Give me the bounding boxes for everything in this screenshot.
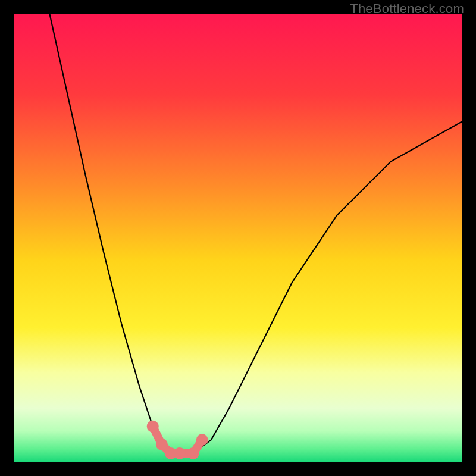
chart-area bbox=[14, 14, 462, 462]
left-curve bbox=[49, 14, 180, 453]
marker-dot bbox=[174, 447, 186, 459]
curve-layer bbox=[14, 14, 462, 462]
marker-dot bbox=[187, 447, 199, 459]
marker-dot bbox=[147, 421, 159, 433]
bottom-marker-group bbox=[147, 421, 208, 459]
marker-dot bbox=[156, 439, 168, 450]
marker-dot bbox=[196, 434, 208, 446]
right-curve bbox=[180, 121, 462, 453]
